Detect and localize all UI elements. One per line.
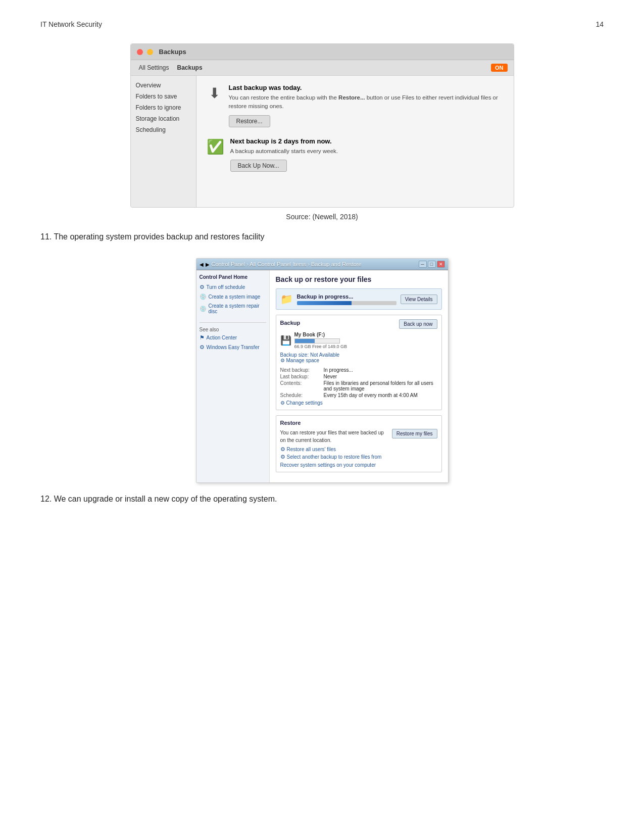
turn-off-schedule-text: Turn off schedule [207,284,245,290]
backups-nav: All Settings Backups ON [131,60,514,76]
windows-easy-transfer-text: Windows Easy Transfer [207,345,260,350]
create-repair-disc-text: Create a system repair disc [209,303,266,314]
last-backup-key: Last backup: [280,374,321,379]
page-number: 14 [596,20,604,28]
win-left-panel: Control Panel Home ⚙ Turn off schedule 💿… [196,270,270,482]
section-12-heading: 12. We can upgrade or install a new copy… [40,493,604,505]
select-backup-text: Select another backup to restore files f… [287,454,382,460]
next-backup-text: Next backup is 2 days from now. A backup… [230,137,338,172]
backup-progress-label: Backup in progress... [297,293,397,300]
manage-space-text: Manage space [286,358,320,363]
turn-off-icon: ⚙ [200,284,205,290]
manage-space-icon: ⚙ [280,358,285,363]
select-backup-icon: ⚙ [280,454,285,460]
action-center-icon: ⚑ [200,334,205,341]
change-settings-link[interactable]: ⚙ Change settings [280,400,437,406]
win-close-button[interactable]: ✕ [437,261,445,268]
backups-sidebar: Overview Folders to save Folders to igno… [131,76,196,207]
recover-system-link[interactable]: Recover system settings on your computer [280,462,437,468]
restore-bold: Restore... [338,94,365,101]
sidebar-item-folders-to-ignore[interactable]: Folders to ignore [136,104,191,111]
on-badge: ON [491,64,508,72]
manage-space-link[interactable]: ⚙ Manage space [280,358,437,363]
sidebar-item-overview[interactable]: Overview [136,82,191,89]
repair-disc-icon: 💿 [200,306,207,312]
win-titlebar: ◀ ▶ Control Panel › All Control Panel It… [196,259,448,270]
next-backup-heading: Next backup is 2 days from now. [230,137,338,145]
turn-off-schedule-link[interactable]: ⚙ Turn off schedule [200,284,266,290]
create-system-image-link[interactable]: 💿 Create a system image [200,293,266,300]
create-repair-disc-link[interactable]: 💿 Create a system repair disc [200,303,266,314]
restore-section-content: You can restore your files that were bac… [280,429,388,460]
backup-progress-icon: 📁 [280,293,293,305]
last-backup-val: Never [324,374,437,379]
back-up-now-win-button[interactable]: Back up now [399,319,437,329]
action-center-link[interactable]: ⚑ Action Center [200,334,266,341]
tab-all-settings[interactable]: All Settings [137,63,171,72]
download-icon: ⬇ [207,85,223,102]
action-center-text: Action Center [207,335,237,340]
backups-main-content: ⬇ Last backup was today. You can restore… [196,76,514,207]
last-backup-description: You can restore the entire backup with t… [229,93,504,111]
checkmark-circle-icon: ✅ [207,138,224,155]
win-body: Control Panel Home ⚙ Turn off schedule 💿… [196,270,448,482]
minimize-dot[interactable] [147,49,153,55]
contents-val: Files in libraries and personal folders … [324,380,437,391]
section-11-heading: 11. The operating system provides backup… [40,231,604,243]
back-arrow-icon[interactable]: ◀ [200,262,204,267]
hard-drive-icon: 💾 [280,335,291,346]
select-another-backup-option[interactable]: ⚙ Select another backup to restore files… [280,454,388,460]
windows-easy-transfer-link[interactable]: ⚙ Windows Easy Transfer [200,344,266,351]
backups-titlebar: Backups [131,44,514,60]
backups-body: Overview Folders to save Folders to igno… [131,76,514,207]
win-maximize-button[interactable]: □ [428,261,436,268]
win-main-title: Back up or restore your files [276,275,442,283]
easy-transfer-icon: ⚙ [200,344,205,351]
restore-text: You can restore your files that were bac… [280,429,388,444]
progress-bar-fill [297,301,352,305]
last-backup-section: ⬇ Last backup was today. You can restore… [207,84,504,127]
next-backup-description: A backup automatically starts every week… [230,147,338,156]
sidebar-item-scheduling[interactable]: Scheduling [136,126,191,133]
next-backup-val: In progress... [324,367,437,373]
win-controls: ─ □ ✕ [419,261,445,268]
create-system-image-text: Create a system image [209,294,261,300]
tab-backups[interactable]: Backups [175,63,205,72]
next-backup-key: Next backup: [280,367,321,373]
restore-button[interactable]: Restore... [229,115,270,127]
drive-capacity-text: 66.9 GB Free of 149.0 GB [294,344,348,349]
last-backup-heading: Last backup was today. [229,84,504,91]
schedule-key: Schedule: [280,393,321,398]
view-details-button[interactable]: View Details [401,295,437,304]
restore-my-files-button[interactable]: Restore my files [392,429,437,438]
backup-progress-info: Backup in progress... [297,293,397,305]
backup-details-section: Backup Back up now 💾 My Book (F:) 66.9 G… [276,315,442,410]
sidebar-item-folders-to-save[interactable]: Folders to save [136,93,191,100]
see-also-label: See also [200,327,266,332]
backup-size-text: Backup size: Not Available [280,352,340,358]
control-panel-home-label: Control Panel Home [200,274,266,280]
backups-screenshot: Backups All Settings Backups ON Overview… [130,43,514,208]
backup-drive-info: 💾 My Book (F:) 66.9 GB Free of 149.0 GB [280,332,437,349]
restore-row: You can restore your files that were bac… [280,429,437,460]
last-backup-text: Last backup was today. You can restore t… [229,84,504,127]
restore-all-users-option[interactable]: ⚙ Restore all users' files [280,446,388,453]
system-image-icon: 💿 [200,293,207,300]
back-up-now-button[interactable]: Back Up Now... [230,160,287,172]
next-backup-section: ✅ Next backup is 2 days from now. A back… [207,137,504,172]
close-dot[interactable] [137,49,143,55]
forward-arrow-icon[interactable]: ▶ [206,262,210,267]
restore-all-text: Restore all users' files [287,447,336,452]
drive-details: My Book (F:) 66.9 GB Free of 149.0 GB [294,332,348,349]
restore-section: Restore You can restore your files that … [276,415,442,472]
restore-all-icon: ⚙ [280,446,285,453]
backup-size-label: Backup size: Not Available [280,352,437,358]
change-settings-icon: ⚙ [280,400,285,406]
backup-progress-section: 📁 Backup in progress... View Details [276,288,442,310]
sidebar-item-storage-location[interactable]: Storage location [136,115,191,122]
schedule-val: Every 15th day of every month at 4:00 AM [324,393,437,398]
backup-section-header: Backup [280,320,301,326]
restore-header: Restore [280,420,437,426]
win-minimize-button[interactable]: ─ [419,261,427,268]
drive-capacity-bar [294,338,340,344]
